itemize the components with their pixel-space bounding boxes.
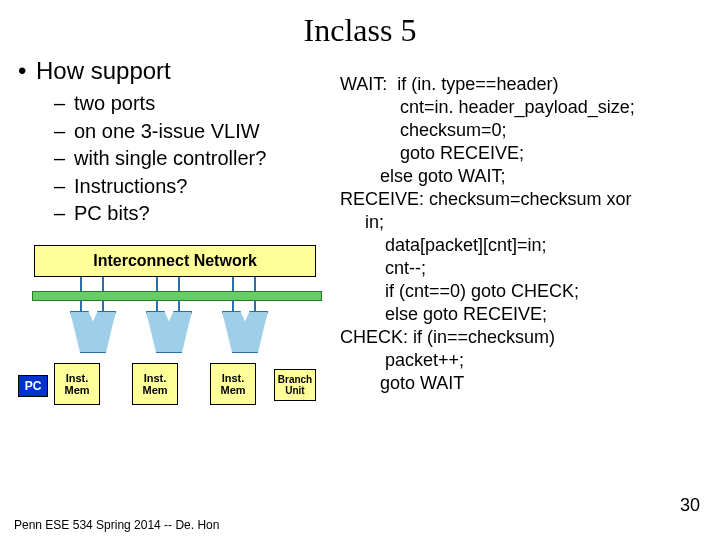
mem-row: Inst. Mem Inst. Mem Inst. Mem bbox=[54, 363, 256, 405]
wire-icon bbox=[232, 277, 234, 291]
wire-icon bbox=[232, 300, 234, 312]
code-line: packet++; bbox=[340, 349, 705, 372]
alu-icon bbox=[222, 311, 268, 353]
sub-bullet-text: PC bits? bbox=[74, 201, 150, 227]
bullet-main-text: How support bbox=[36, 57, 171, 85]
code-line: CHECK: if (in==checksum) bbox=[340, 326, 705, 349]
dash-icon: – bbox=[54, 91, 74, 117]
sub-bullet-text: on one 3-issue VLIW bbox=[74, 119, 260, 145]
wire-icon bbox=[254, 300, 256, 312]
sub-bullet: – on one 3-issue VLIW bbox=[54, 119, 340, 145]
diagram-mid bbox=[18, 277, 326, 363]
code-line: cnt=in. header_payload_size; bbox=[340, 96, 705, 119]
footer-text: Penn ESE 534 Spring 2014 -- De. Hon bbox=[14, 518, 219, 532]
code-line: goto RECEIVE; bbox=[340, 142, 705, 165]
sub-bullet: – with single controller? bbox=[54, 146, 340, 172]
left-column: • How support – two ports – on one 3-iss… bbox=[0, 53, 340, 405]
sub-bullet-text: Instructions? bbox=[74, 174, 187, 200]
wire-icon bbox=[178, 277, 180, 291]
code-line: cnt--; bbox=[340, 257, 705, 280]
code-line: data[packet][cnt]=in; bbox=[340, 234, 705, 257]
branch-unit-box: Branch Unit bbox=[274, 369, 316, 401]
right-column-code: WAIT: if (in. type==header) cnt=in. head… bbox=[340, 53, 705, 405]
code-line: checksum=0; bbox=[340, 119, 705, 142]
sub-bullet-text: two ports bbox=[74, 91, 155, 117]
code-line: RECEIVE: checksum=checksum xor bbox=[340, 188, 705, 211]
interconnect-box: Interconnect Network bbox=[34, 245, 316, 277]
sub-bullet: – PC bits? bbox=[54, 201, 340, 227]
wire-icon bbox=[80, 277, 82, 291]
inst-mem-box: Inst. Mem bbox=[210, 363, 256, 405]
bus-bar bbox=[32, 291, 322, 301]
dash-icon: – bbox=[54, 146, 74, 172]
sub-bullet-list: – two ports – on one 3-issue VLIW – with… bbox=[54, 91, 340, 227]
alu-icon bbox=[70, 311, 116, 353]
sub-bullet: – two ports bbox=[54, 91, 340, 117]
wire-icon bbox=[102, 300, 104, 312]
alu-icon bbox=[146, 311, 192, 353]
code-line: else goto RECEIVE; bbox=[340, 303, 705, 326]
slide-title: Inclass 5 bbox=[0, 0, 720, 53]
dash-icon: – bbox=[54, 201, 74, 227]
page-number: 30 bbox=[680, 495, 700, 516]
code-line: if (cnt==0) goto CHECK; bbox=[340, 280, 705, 303]
wire-icon bbox=[178, 300, 180, 312]
sub-bullet: – Instructions? bbox=[54, 174, 340, 200]
vliw-diagram: Interconnect Network bbox=[18, 245, 326, 405]
pc-box: PC bbox=[18, 375, 48, 397]
code-line: else goto WAIT; bbox=[340, 165, 705, 188]
slide: Inclass 5 • How support – two ports – on… bbox=[0, 0, 720, 540]
wire-icon bbox=[156, 300, 158, 312]
bullet-dot-icon: • bbox=[18, 57, 36, 85]
wire-icon bbox=[80, 300, 82, 312]
sub-bullet-text: with single controller? bbox=[74, 146, 266, 172]
inst-mem-box: Inst. Mem bbox=[54, 363, 100, 405]
code-line: WAIT: if (in. type==header) bbox=[340, 73, 705, 96]
inst-mem-box: Inst. Mem bbox=[132, 363, 178, 405]
diagram-bottom-row: PC Inst. Mem Inst. Mem Inst. Mem Branch … bbox=[18, 363, 326, 405]
wire-icon bbox=[102, 277, 104, 291]
dash-icon: – bbox=[54, 119, 74, 145]
dash-icon: – bbox=[54, 174, 74, 200]
wire-icon bbox=[156, 277, 158, 291]
code-line: in; bbox=[340, 211, 705, 234]
bullet-main: • How support bbox=[18, 57, 340, 85]
code-line: goto WAIT bbox=[340, 372, 705, 395]
wire-icon bbox=[254, 277, 256, 291]
content-columns: • How support – two ports – on one 3-iss… bbox=[0, 53, 720, 405]
